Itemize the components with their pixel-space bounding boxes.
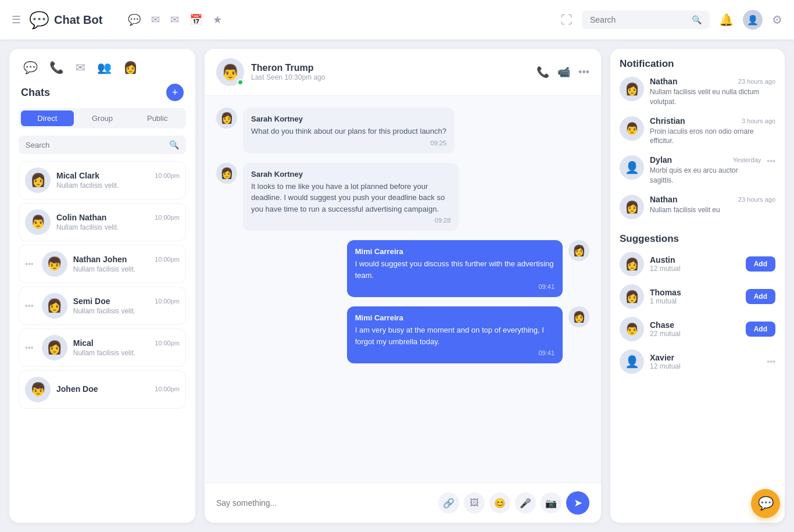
notif-info: Dylan Yesterday Morbi quis ex eu arcu au… bbox=[650, 155, 761, 185]
envelope-icon[interactable]: ✉ bbox=[151, 13, 160, 26]
filter-tab-direct[interactable]: Direct bbox=[21, 110, 74, 126]
chat-search-box: 🔍 bbox=[19, 135, 186, 154]
filter-tab-public[interactable]: Public bbox=[131, 110, 184, 126]
topnav-left: ☰ 💬 Chat Bot 💬 ✉ ✉ 📅 ★ bbox=[12, 10, 552, 30]
add-chat-button[interactable]: + bbox=[166, 84, 184, 101]
message-text: It looks to me like you have a lot plann… bbox=[251, 181, 450, 215]
chat-item-info: Semi Doe 10:00pm Nullam facilisis velit. bbox=[73, 297, 180, 315]
user-avatar[interactable]: 👤 bbox=[743, 10, 763, 30]
sidebar-phone-icon[interactable]: 📞 bbox=[49, 60, 64, 74]
suggestion-avatar: 👤 bbox=[620, 349, 644, 374]
hamburger-icon[interactable]: ☰ bbox=[12, 13, 21, 26]
notif-avatar: 👨 bbox=[620, 116, 644, 141]
link-icon-button[interactable]: 🔗 bbox=[438, 492, 459, 513]
calendar-icon[interactable]: 📅 bbox=[189, 13, 202, 26]
chat-list-item[interactable]: 👩 Mical Clark 10:00pm Nullam facilisis v… bbox=[19, 161, 186, 199]
chat-header-info: Theron Trump Last Seen 10:30pm ago bbox=[251, 63, 530, 81]
video-call-icon[interactable]: 📹 bbox=[557, 66, 570, 78]
suggestion-mutual: 22 mutual bbox=[650, 330, 740, 338]
chat-item-name: Nathan Johen bbox=[73, 255, 127, 264]
left-sidebar: 💬 📞 ✉ 👥 👩 Chats + Direct Group Public 🔍 … bbox=[9, 49, 195, 523]
sidebar-tab-icons: 💬 📞 ✉ 👥 👩 bbox=[19, 58, 186, 77]
add-friend-button[interactable]: Add bbox=[746, 322, 775, 337]
notif-time: 23 hours ago bbox=[738, 78, 775, 85]
suggestion-more-icon[interactable]: ••• bbox=[767, 357, 775, 366]
chat-item-avatar: 👩 bbox=[42, 335, 67, 360]
message-sender: Mimi Carreira bbox=[355, 313, 555, 322]
expand-icon[interactable]: ⛶ bbox=[561, 13, 573, 27]
message-time: 09:25 bbox=[251, 140, 446, 147]
chat-search-input[interactable] bbox=[26, 141, 164, 149]
chat-item-avatar: 👦 bbox=[25, 377, 51, 402]
sidebar-chat-icon[interactable]: 💬 bbox=[23, 60, 38, 74]
notif-text: Morbi quis ex eu arcu auctor sagittis. bbox=[650, 166, 761, 185]
message-sender: Sarah Kortney bbox=[251, 115, 446, 123]
notif-info: Nathan 23 hours ago Nullam facilisis vel… bbox=[650, 77, 775, 107]
nav-icons: 💬 ✉ ✉ 📅 ★ bbox=[128, 13, 222, 26]
chat-item-dots: ••• bbox=[25, 343, 34, 352]
suggestion-item: 👨 Chase 22 mutual Add bbox=[620, 317, 775, 341]
chat-list-item[interactable]: ••• 👦 Nathan Johen 10:00pm Nullam facili… bbox=[19, 245, 186, 283]
sidebar-group-icon[interactable]: 👥 bbox=[97, 60, 112, 74]
main-layout: 💬 📞 ✉ 👥 👩 Chats + Direct Group Public 🔍 … bbox=[0, 40, 794, 532]
notif-dots[interactable]: ••• bbox=[767, 156, 775, 166]
phone-call-icon[interactable]: 📞 bbox=[537, 66, 549, 78]
fab-chat-button[interactable]: 💬 bbox=[751, 489, 780, 518]
chat-item-preview: Nullam facilisis velit. bbox=[56, 181, 180, 190]
chat-item-name: Johen Doe bbox=[56, 384, 98, 394]
notif-time: 23 hours ago bbox=[738, 196, 775, 203]
camera-icon-button[interactable]: 📷 bbox=[541, 492, 561, 513]
message-bubble: Mimi Carreira I am very busy at the mome… bbox=[347, 306, 563, 363]
add-friend-button[interactable]: Add bbox=[746, 289, 775, 304]
send-button[interactable]: ➤ bbox=[566, 491, 589, 515]
suggestion-item: 👤 Xavier 12 mutual ••• bbox=[620, 349, 775, 374]
chat-item-info: Johen Doe 10:00pm bbox=[56, 384, 180, 395]
message-avatar: 👩 bbox=[216, 163, 237, 184]
chat-item-preview: Nullam facilisis velit. bbox=[73, 349, 180, 357]
chat-bubble-icon[interactable]: 💬 bbox=[128, 13, 141, 26]
message-item: 👩 Sarah Kortney It looks to me like you … bbox=[216, 163, 589, 231]
notif-avatar: 👩 bbox=[620, 195, 644, 219]
chat-list-item[interactable]: 👨 Colin Nathan 10:00pm Nullam facilisis … bbox=[19, 203, 186, 241]
sidebar-avatar-icon[interactable]: 👩 bbox=[123, 60, 138, 74]
at-icon[interactable]: ✉ bbox=[170, 13, 179, 26]
suggestion-mutual: 12 mutual bbox=[650, 265, 740, 273]
add-friend-button[interactable]: Add bbox=[746, 256, 775, 272]
more-options-icon[interactable]: ••• bbox=[578, 66, 589, 78]
notification-item: 👩 Nathan 23 hours ago Nullam facilisis v… bbox=[620, 77, 775, 107]
chat-header-name: Theron Trump bbox=[251, 63, 530, 73]
message-avatar: 👩 bbox=[568, 306, 589, 327]
settings-icon[interactable]: ⚙ bbox=[772, 13, 782, 27]
notification-item: 👤 Dylan Yesterday Morbi quis ex eu arcu … bbox=[620, 155, 775, 185]
topnav: ☰ 💬 Chat Bot 💬 ✉ ✉ 📅 ★ ⛶ 🔍 🔔 👤 ⚙ bbox=[0, 0, 794, 40]
chat-item-name: Mical bbox=[73, 338, 94, 348]
message-item: 👩 Sarah Kortney What do you think about … bbox=[216, 108, 589, 153]
suggestion-name: Thomas bbox=[650, 288, 740, 297]
image-icon-button[interactable]: 🖼 bbox=[464, 492, 485, 513]
search-box: 🔍 bbox=[582, 10, 710, 29]
chat-input-area: 🔗 🖼 😊 🎤 📷 ➤ bbox=[205, 483, 601, 523]
mic-icon-button[interactable]: 🎤 bbox=[515, 492, 536, 513]
chat-input[interactable] bbox=[216, 498, 431, 508]
chat-item-info: Nathan Johen 10:00pm Nullam facilisis ve… bbox=[73, 255, 180, 273]
chat-item-time: 10:00pm bbox=[155, 256, 180, 263]
bell-icon[interactable]: 🔔 bbox=[719, 13, 734, 27]
emoji-icon-button[interactable]: 😊 bbox=[489, 492, 510, 513]
chat-list-item[interactable]: ••• 👩 Semi Doe 10:00pm Nullam facilisis … bbox=[19, 287, 186, 325]
brand: 💬 Chat Bot bbox=[29, 10, 102, 30]
sidebar-mail-icon[interactable]: ✉ bbox=[76, 60, 85, 74]
search-input[interactable] bbox=[590, 15, 687, 24]
notification-item: 👩 Nathan 23 hours ago Nullam facilisis v… bbox=[620, 195, 775, 219]
star-icon[interactable]: ★ bbox=[213, 13, 222, 26]
chat-header-status: Last Seen 10:30pm ago bbox=[251, 73, 530, 81]
message-sender: Sarah Kortney bbox=[251, 170, 450, 178]
filter-tab-group[interactable]: Group bbox=[76, 110, 129, 126]
message-avatar: 👩 bbox=[216, 108, 237, 128]
chat-header-avatar: 👨 bbox=[216, 58, 244, 86]
online-dot bbox=[237, 79, 244, 85]
chat-list-item[interactable]: 👦 Johen Doe 10:00pm bbox=[19, 370, 186, 409]
chat-list-item[interactable]: ••• 👩 Mical 10:00pm Nullam facilisis vel… bbox=[19, 329, 186, 367]
notif-name: Nathan bbox=[650, 77, 677, 86]
notif-name: Christian bbox=[650, 116, 685, 126]
chat-area: 👨 Theron Trump Last Seen 10:30pm ago 📞 📹… bbox=[205, 49, 601, 523]
